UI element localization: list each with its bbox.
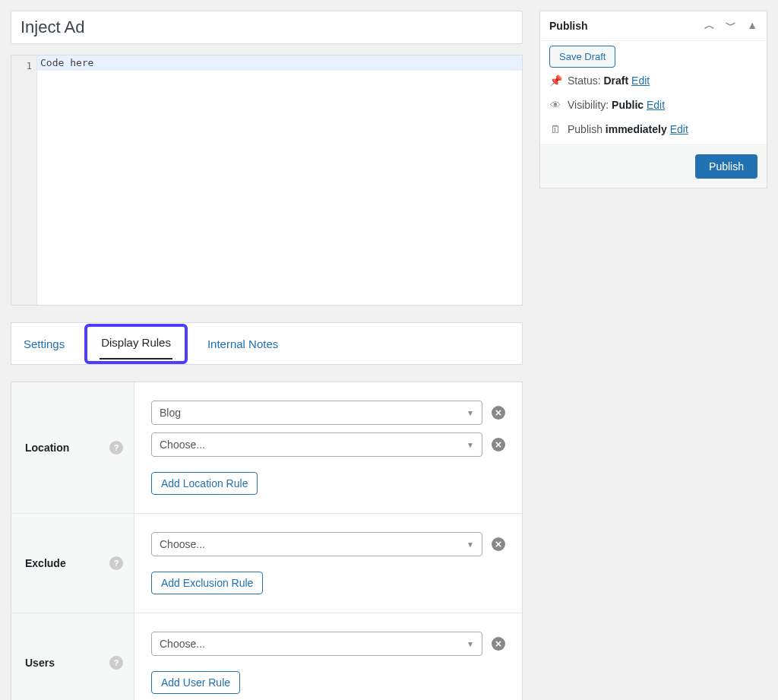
rule-label-users: Users ? [11,613,134,700]
users-label: Users [25,657,55,669]
publish-edit-link[interactable]: Edit [670,123,688,135]
visibility-line: 👁 Visibility: Public Edit [549,99,757,111]
location-label: Location [25,442,69,454]
status-label: Status: [568,74,601,87]
rule-row-users: Users ? Choose... ▼ Add User Rule [11,613,522,700]
delete-rule-button[interactable] [492,537,505,551]
rule-label-location: Location ? [11,382,134,513]
caret-down-icon: ▼ [466,640,474,648]
help-icon[interactable]: ? [109,441,123,455]
exclude-label: Exclude [25,557,66,569]
status-edit-link[interactable]: Edit [631,74,650,87]
publish-box: Publish ︿ ﹀ ▲ Save Draft 📌 Status: Draft… [539,11,767,188]
tabs: Settings Display Rules Internal Notes [11,322,523,365]
visibility-label: Visibility: [568,99,609,111]
code-area[interactable]: Code here [37,55,522,305]
publish-value: immediately [606,123,667,135]
location-select-2[interactable]: Choose... ▼ [151,432,482,457]
calendar-icon: 🗓 [549,123,561,135]
delete-rule-button[interactable] [492,637,505,651]
add-location-rule-button[interactable]: Add Location Rule [151,472,258,495]
publish-header: Publish ︿ ﹀ ▲ [540,11,767,41]
publish-heading: Publish [549,20,588,32]
select-value: Choose... [160,638,205,650]
select-value: Blog [160,407,181,419]
select-value: Choose... [160,538,205,550]
eye-icon: 👁 [549,99,561,111]
rule-row-location: Location ? Blog ▼ [11,382,522,513]
line-number: 1 [27,61,32,71]
delete-rule-button[interactable] [492,438,505,451]
tab-display-rules[interactable]: Display Rules [101,336,171,349]
save-draft-button[interactable]: Save Draft [549,46,615,68]
code-editor[interactable]: 1 Code here [11,55,523,306]
caret-down-icon: ▼ [466,409,474,417]
tab-internal-notes[interactable]: Internal Notes [207,337,278,350]
status-line: 📌 Status: Draft Edit [549,74,757,87]
delete-rule-button[interactable] [492,406,505,420]
rule-row-exclude: Exclude ? Choose... ▼ Add Exclusion Rule [11,513,522,613]
exclude-select-1[interactable]: Choose... ▼ [151,532,482,556]
help-icon[interactable]: ? [109,656,123,670]
visibility-edit-link[interactable]: Edit [647,99,665,111]
visibility-value: Public [612,99,644,111]
pin-icon: 📌 [549,74,561,87]
toggle-panel-icon[interactable]: ▲ [747,19,757,33]
add-user-rule-button[interactable]: Add User Rule [151,671,240,694]
code-line: Code here [37,55,522,71]
select-value: Choose... [160,439,205,451]
post-title: Inject Ad [21,17,84,36]
publish-button[interactable]: Publish [695,154,757,179]
users-select-1[interactable]: Choose... ▼ [151,632,482,656]
status-value: Draft [603,74,628,87]
rule-label-exclude: Exclude ? [11,514,134,613]
help-icon[interactable]: ? [109,556,123,570]
display-rules-panel: Location ? Blog ▼ [11,382,523,700]
schedule-line: 🗓 Publish immediately Edit [549,123,757,135]
caret-down-icon: ▼ [466,441,474,449]
tab-settings[interactable]: Settings [24,337,65,350]
line-gutter: 1 [11,55,37,305]
location-select-1[interactable]: Blog ▼ [151,401,482,425]
caret-down-icon: ▼ [466,540,474,549]
tab-highlight: Display Rules [84,324,188,364]
move-down-icon[interactable]: ﹀ [726,19,736,33]
publish-label: Publish [568,123,602,135]
add-exclusion-rule-button[interactable]: Add Exclusion Rule [151,572,263,594]
title-field[interactable]: Inject Ad [11,11,523,44]
move-up-icon[interactable]: ︿ [704,19,715,33]
